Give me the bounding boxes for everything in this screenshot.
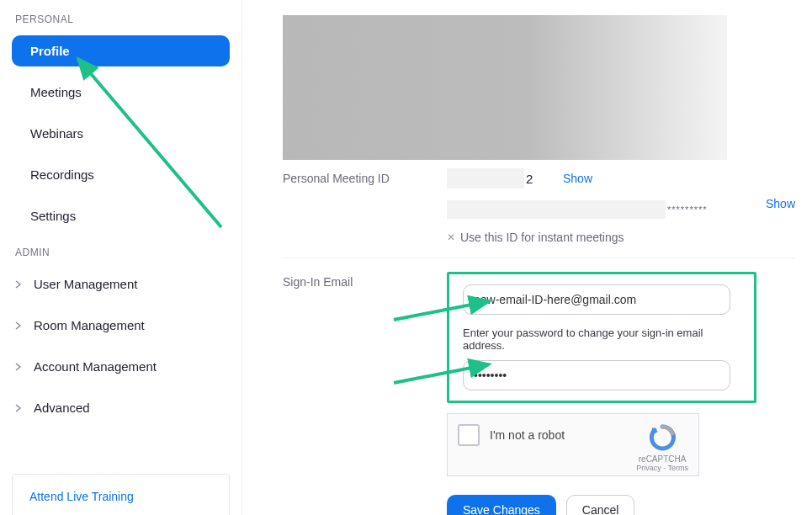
admin-nav: User Management Room Management Account … xyxy=(12,268,230,423)
instant-meetings-hint: Use this ID for instant meetings xyxy=(460,231,624,244)
x-icon: ✕ xyxy=(447,231,455,243)
sidebar-item-label: Account Management xyxy=(34,359,157,374)
sidebar-item-label: Advanced xyxy=(34,401,90,415)
chevron-right-icon xyxy=(15,280,27,289)
recaptcha-terms: Privacy - Terms xyxy=(636,464,688,472)
recaptcha-widget: I'm not a robot reCAPTCHA Privacy - Term… xyxy=(447,413,699,476)
button-row: Save Changes Cancel xyxy=(447,495,795,515)
highlight-box: Enter your password to change your sign-… xyxy=(447,272,756,403)
personal-nav: Profile Meetings Webinars Recordings Set… xyxy=(12,35,230,231)
help-card: Attend Live Training Video Tutorials xyxy=(12,474,230,515)
value-personal-meeting-id: 2 Show ********* Show ✕ Use this ID for … xyxy=(447,168,795,244)
sidebar-item-label: Meetings xyxy=(30,85,82,99)
email-input[interactable] xyxy=(463,284,730,315)
main-content: Personal Meeting ID 2 Show ********* Sho… xyxy=(242,0,812,515)
chevron-right-icon xyxy=(15,321,27,330)
help-link-training[interactable]: Attend Live Training xyxy=(29,490,212,503)
sidebar-item-room-management[interactable]: Room Management xyxy=(12,310,230,341)
sidebar-item-label: Profile xyxy=(30,44,70,58)
save-changes-button[interactable]: Save Changes xyxy=(447,495,556,515)
cancel-button[interactable]: Cancel xyxy=(566,495,635,515)
sidebar-item-user-management[interactable]: User Management xyxy=(12,268,230,300)
sidebar-item-advanced[interactable]: Advanced xyxy=(12,392,230,423)
recaptcha-brand: reCAPTCHA xyxy=(636,454,688,464)
sidebar-item-label: Webinars xyxy=(30,126,83,141)
pmi-url-stars: ********* xyxy=(667,204,708,215)
recaptcha-icon xyxy=(647,424,677,451)
show-link[interactable]: Show xyxy=(563,172,592,185)
sidebar-item-account-management[interactable]: Account Management xyxy=(12,351,230,382)
pmi-url-masked xyxy=(447,200,666,219)
value-sign-in-email: Enter your password to change your sign-… xyxy=(447,272,795,515)
profile-banner-placeholder xyxy=(283,15,727,160)
chevron-right-icon xyxy=(15,404,27,412)
sidebar-item-label: User Management xyxy=(34,277,137,291)
password-hint: Enter your password to change your sign-… xyxy=(463,327,730,352)
show-link-url[interactable]: Show xyxy=(766,197,795,210)
label-sign-in-email: Sign-In Email xyxy=(283,272,447,515)
pmi-visible-digit: 2 xyxy=(526,172,541,186)
sidebar-item-profile[interactable]: Profile xyxy=(12,35,230,66)
sidebar-item-meetings[interactable]: Meetings xyxy=(12,77,230,108)
row-personal-meeting-id: Personal Meeting ID 2 Show ********* Sho… xyxy=(283,168,795,244)
section-divider xyxy=(283,258,795,258)
sidebar-item-webinars[interactable]: Webinars xyxy=(12,118,230,149)
sidebar-item-label: Room Management xyxy=(34,318,145,332)
sidebar-item-label: Recordings xyxy=(30,167,94,182)
row-sign-in-email: Sign-In Email Enter your password to cha… xyxy=(283,272,795,515)
admin-header: ADMIN xyxy=(15,247,230,258)
sidebar-item-recordings[interactable]: Recordings xyxy=(12,159,230,190)
sidebar-item-settings[interactable]: Settings xyxy=(12,200,230,231)
label-personal-meeting-id: Personal Meeting ID xyxy=(283,168,447,244)
recaptcha-badge: reCAPTCHA Privacy - Terms xyxy=(636,424,688,472)
recaptcha-label: I'm not a robot xyxy=(490,428,565,442)
chevron-right-icon xyxy=(15,363,27,371)
sidebar: PERSONAL Profile Meetings Webinars Recor… xyxy=(0,0,242,515)
recaptcha-checkbox[interactable] xyxy=(458,424,480,446)
password-input[interactable] xyxy=(463,360,730,390)
sidebar-item-label: Settings xyxy=(30,209,76,223)
pmi-masked-block xyxy=(447,168,524,188)
personal-header: PERSONAL xyxy=(15,13,230,25)
